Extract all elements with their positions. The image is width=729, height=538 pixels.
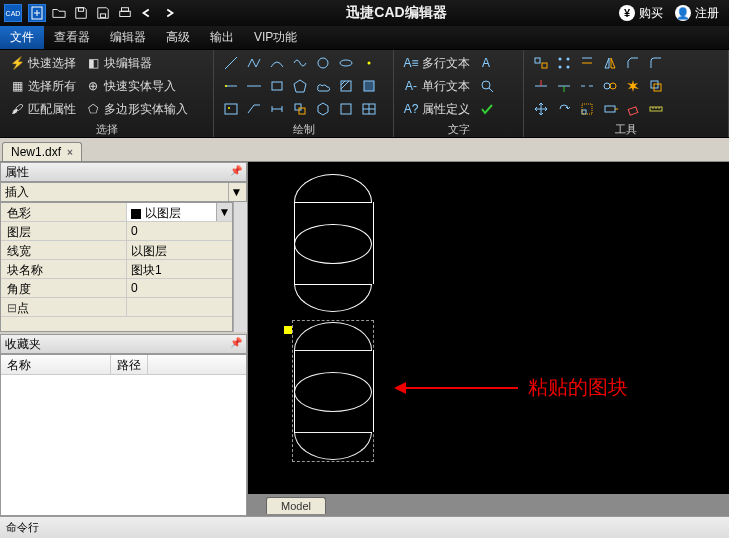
mirror-tool[interactable] <box>599 52 621 74</box>
rect-tool[interactable] <box>266 75 288 97</box>
new-doc-button[interactable] <box>28 4 46 22</box>
menu-editor[interactable]: 编辑器 <box>100 26 156 49</box>
close-tab-icon[interactable]: × <box>67 147 73 158</box>
stretch-tool[interactable] <box>599 98 621 120</box>
redo-button[interactable] <box>160 4 178 22</box>
svg-line-7 <box>225 57 237 69</box>
command-line[interactable]: 命令行 <box>0 516 729 538</box>
extend-tool[interactable] <box>553 75 575 97</box>
insert-tool[interactable] <box>289 98 311 120</box>
match-prop-cmd[interactable]: 🖌匹配属性 <box>6 98 80 120</box>
align-tool[interactable] <box>530 52 552 74</box>
dim-tool[interactable] <box>266 98 288 120</box>
break-tool[interactable] <box>576 75 598 97</box>
col-path[interactable]: 路径 <box>111 355 148 374</box>
cloud-tool[interactable] <box>312 75 334 97</box>
app-title: 迅捷CAD编辑器 <box>180 4 613 22</box>
face3d-tool[interactable] <box>312 98 334 120</box>
polyline-tool[interactable] <box>243 52 265 74</box>
props-scrollbar[interactable] <box>233 202 247 332</box>
doc-tab[interactable]: New1.dxf× <box>2 142 82 161</box>
pin-icon[interactable]: 📌 <box>230 337 242 348</box>
array-tool[interactable] <box>553 52 575 74</box>
blockname-value[interactable]: 图块1 <box>127 260 232 278</box>
select-all-cmd[interactable]: ▦选择所有 <box>6 75 80 97</box>
drawing-canvas[interactable]: 粘贴的图块 Model <box>248 162 729 516</box>
group-text-label: 文字 <box>400 121 517 137</box>
svg-rect-6 <box>122 8 129 12</box>
quick-select-cmd[interactable]: ⚡快速选择 <box>6 52 80 74</box>
menu-vip[interactable]: VIP功能 <box>244 26 307 49</box>
polygon-tool[interactable] <box>289 75 311 97</box>
trim-tool[interactable] <box>530 75 552 97</box>
menu-viewer[interactable]: 查看器 <box>44 26 100 49</box>
copy-tool[interactable] <box>645 75 667 97</box>
svg-rect-5 <box>120 11 131 16</box>
original-block[interactable] <box>294 188 374 300</box>
menu-output[interactable]: 输出 <box>200 26 244 49</box>
region-tool[interactable] <box>358 75 380 97</box>
angle-value[interactable]: 0 <box>127 279 232 297</box>
properties-table: 色彩以图层▼ 图层0 线宽以图层 块名称图块1 角度0 ⊟点 <box>0 202 233 332</box>
model-space-tab[interactable]: Model <box>266 497 326 514</box>
color-dropdown[interactable]: ▼ <box>216 203 232 221</box>
table-tool[interactable] <box>358 98 380 120</box>
image-tool[interactable] <box>220 98 242 120</box>
menu-file[interactable]: 文件 <box>0 26 44 49</box>
join-tool[interactable] <box>599 75 621 97</box>
offset-tool[interactable] <box>576 52 598 74</box>
point-tool[interactable] <box>358 52 380 74</box>
svg-rect-20 <box>225 104 237 114</box>
open-button[interactable] <box>50 4 68 22</box>
undo-button[interactable] <box>138 4 156 22</box>
line-tool[interactable] <box>220 52 242 74</box>
pin-icon[interactable]: 📌 <box>230 165 242 176</box>
pasted-block[interactable] <box>294 336 374 448</box>
expand-icon[interactable]: ⊟ <box>7 301 17 315</box>
menu-advanced[interactable]: 高级 <box>156 26 200 49</box>
text-spell-tool[interactable] <box>476 98 498 120</box>
insert-category-header[interactable]: 插入▼ <box>0 182 247 202</box>
mtext-cmd[interactable]: A≡多行文本 <box>400 52 474 74</box>
erase-tool[interactable] <box>622 98 644 120</box>
move-tool[interactable] <box>530 98 552 120</box>
col-name[interactable]: 名称 <box>1 355 111 374</box>
stext-cmd[interactable]: A-单行文本 <box>400 75 474 97</box>
buy-button[interactable]: ¥购买 <box>619 5 663 22</box>
props-panel-header: 属性📌 <box>0 162 247 182</box>
grip-handle[interactable] <box>284 326 292 334</box>
save-button[interactable] <box>72 4 90 22</box>
lineweight-value[interactable]: 以图层 <box>127 241 232 259</box>
scale-tool[interactable] <box>576 98 598 120</box>
measure-tool[interactable] <box>645 98 667 120</box>
hatch-tool[interactable] <box>335 75 357 97</box>
svg-rect-4 <box>100 14 105 18</box>
svg-rect-27 <box>341 104 351 114</box>
wipeout-tool[interactable] <box>335 98 357 120</box>
poly-input-cmd[interactable]: ⬠多边形实体输入 <box>82 98 192 120</box>
xline-tool[interactable] <box>243 75 265 97</box>
svg-point-10 <box>368 62 371 65</box>
leader-tool[interactable] <box>243 98 265 120</box>
fillet-tool[interactable] <box>645 52 667 74</box>
explode-tool[interactable] <box>622 75 644 97</box>
app-logo: CAD <box>4 4 22 22</box>
ray-tool[interactable] <box>220 75 242 97</box>
attdef-cmd[interactable]: A?属性定义 <box>400 98 474 120</box>
circle-tool[interactable] <box>312 52 334 74</box>
block-editor-cmd[interactable]: ◧块编辑器 <box>82 52 192 74</box>
chevron-down-icon[interactable]: ▼ <box>228 183 244 201</box>
register-button[interactable]: 👤注册 <box>675 5 719 22</box>
rotate-tool[interactable] <box>553 98 575 120</box>
svg-rect-35 <box>542 63 547 68</box>
saveas-button[interactable] <box>94 4 112 22</box>
text-find-tool[interactable] <box>476 75 498 97</box>
layer-value[interactable]: 0 <box>127 222 232 240</box>
arc-tool[interactable] <box>266 52 288 74</box>
print-button[interactable] <box>116 4 134 22</box>
ellipse-tool[interactable] <box>335 52 357 74</box>
quick-import-cmd[interactable]: ⊕快速实体导入 <box>82 75 192 97</box>
text-style-tool[interactable]: A <box>476 52 498 74</box>
spline-tool[interactable] <box>289 52 311 74</box>
chamfer-tool[interactable] <box>622 52 644 74</box>
